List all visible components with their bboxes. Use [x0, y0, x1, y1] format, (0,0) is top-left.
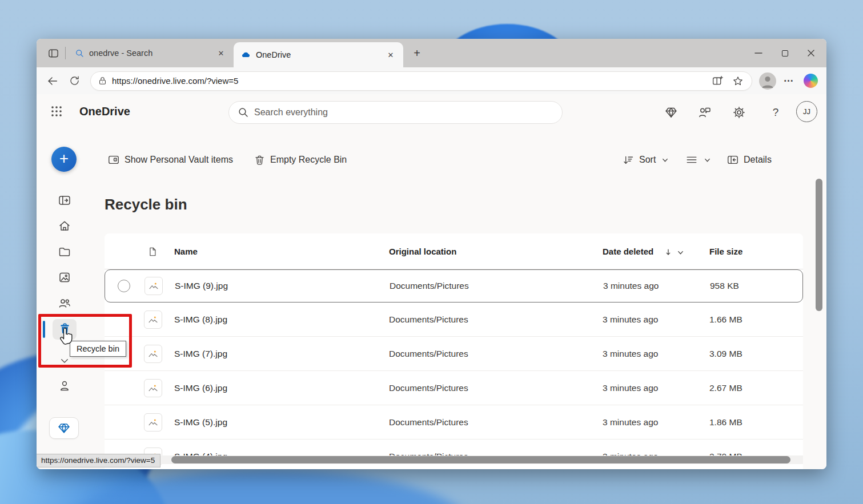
image-thumbnail-icon: [144, 345, 162, 363]
sort-icon: [623, 154, 635, 166]
file-list: Name Original location Date deleted File…: [105, 233, 803, 469]
image-thumbnail-icon: [144, 311, 162, 329]
page-title: Recycle bin: [105, 196, 187, 213]
maximize-button[interactable]: [772, 39, 798, 67]
column-header-date-deleted[interactable]: Date deleted: [603, 247, 653, 256]
tab-strip: onedrve - Search ✕ OneDrive ✕ +: [37, 39, 826, 67]
app-title: OneDrive: [79, 105, 130, 118]
back-button[interactable]: [43, 72, 62, 90]
cursor-pointer-icon: [58, 326, 75, 348]
settings-gear-icon[interactable]: [731, 104, 747, 120]
trash-icon: [254, 154, 266, 166]
tab-title: onedrve - Search: [89, 49, 210, 58]
close-window-button[interactable]: [798, 39, 824, 67]
new-item-button[interactable]: +: [51, 147, 77, 172]
browser-toolbar: https://onedrive.live.com/?view=5 …: [37, 67, 826, 94]
tab-divider: [65, 47, 66, 59]
file-date-deleted: 3 minutes ago: [603, 315, 658, 325]
image-thumbnail-icon: [144, 413, 162, 432]
tooltip-recycle-bin: Recycle bin: [70, 341, 126, 357]
refresh-button[interactable]: [65, 72, 83, 90]
search-icon: [75, 49, 85, 58]
favorites-star-icon[interactable]: [730, 73, 746, 89]
personal-vault-icon: [107, 154, 120, 166]
file-location: Documents/Pictures: [389, 417, 468, 428]
chevron-down-icon[interactable]: [677, 249, 684, 256]
column-header-name[interactable]: Name: [174, 247, 198, 256]
people-icon[interactable]: [57, 296, 72, 311]
show-personal-vault-button[interactable]: Show Personal Vault items: [107, 151, 233, 168]
premium-diamond-icon: [57, 421, 71, 435]
file-icon: [147, 247, 158, 257]
premium-diamond-icon[interactable]: [663, 104, 679, 120]
table-row[interactable]: S-IMG (8).jpg Documents/Pictures 3 minut…: [105, 303, 803, 337]
split-screen-icon[interactable]: [709, 73, 725, 89]
file-date-deleted: 3 minutes ago: [603, 281, 659, 291]
photos-icon[interactable]: [57, 270, 72, 285]
file-name[interactable]: S-IMG (9).jpg: [175, 281, 228, 291]
file-date-deleted: 3 minutes ago: [603, 417, 658, 428]
details-button[interactable]: Details: [726, 151, 772, 168]
premium-upgrade-button[interactable]: [49, 417, 79, 439]
search-input[interactable]: [228, 101, 563, 124]
image-thumbnail-icon: [144, 379, 162, 397]
feedback-icon[interactable]: [697, 104, 713, 120]
column-header-file-size[interactable]: File size: [709, 247, 742, 256]
tab-onedrive[interactable]: OneDrive ✕: [234, 42, 403, 67]
expand-rail-icon[interactable]: [57, 193, 72, 208]
sort-descending-arrow-icon: [664, 248, 672, 256]
status-url-bar: https://onedrive.live.com/?view=5: [37, 454, 160, 467]
onedrive-header: OneDrive ? JJ: [37, 94, 826, 130]
close-tab-icon[interactable]: ✕: [384, 48, 398, 62]
table-row[interactable]: S-IMG (7).jpg Documents/Pictures 3 minut…: [105, 337, 803, 371]
folder-icon[interactable]: [57, 244, 72, 259]
sort-button[interactable]: Sort: [623, 151, 669, 168]
sort-label: Sort: [639, 155, 656, 165]
table-row[interactable]: S-IMG (9).jpg Documents/Pictures 3 minut…: [105, 269, 803, 303]
chevron-down-icon: [704, 156, 711, 164]
window-controls: [745, 39, 824, 67]
file-size: 1.66 MB: [709, 315, 742, 325]
file-date-deleted: 3 minutes ago: [603, 383, 658, 393]
row-select-radio[interactable]: [118, 280, 130, 292]
app-launcher-icon[interactable]: [50, 105, 63, 120]
onedrive-logo-icon: [240, 50, 251, 61]
home-icon[interactable]: [57, 219, 72, 233]
onedrive-page: OneDrive ? JJ + Show Personal Va: [37, 94, 826, 469]
table-row[interactable]: S-IMG (4).jpg Documents/Pictures 3 minut…: [105, 440, 803, 469]
file-size: 958 KB: [710, 281, 739, 291]
table-row[interactable]: S-IMG (6).jpg Documents/Pictures 3 minut…: [105, 371, 803, 405]
close-tab-icon[interactable]: ✕: [214, 46, 228, 60]
file-date-deleted: 3 minutes ago: [603, 349, 658, 359]
browser-profile-avatar[interactable]: [759, 72, 776, 90]
horizontal-scrollbar-thumb[interactable]: [171, 456, 790, 463]
view-options-button[interactable]: [685, 151, 711, 168]
browser-menu-dots-icon[interactable]: …: [780, 72, 798, 90]
help-icon[interactable]: ?: [768, 104, 784, 120]
file-location: Documents/Pictures: [389, 349, 468, 359]
address-bar[interactable]: https://onedrive.live.com/?view=5: [90, 71, 752, 91]
file-name[interactable]: S-IMG (7).jpg: [174, 349, 227, 359]
file-location: Documents/Pictures: [389, 315, 468, 325]
table-row[interactable]: S-IMG (5).jpg Documents/Pictures 3 minut…: [105, 405, 803, 440]
file-name[interactable]: S-IMG (5).jpg: [174, 417, 227, 428]
tab-search[interactable]: onedrve - Search ✕: [68, 39, 234, 67]
file-size: 3.09 MB: [709, 349, 742, 359]
vertical-scrollbar-thumb[interactable]: [816, 179, 822, 311]
column-header-location[interactable]: Original location: [389, 247, 456, 256]
show-personal-vault-label: Show Personal Vault items: [125, 155, 233, 165]
new-tab-button[interactable]: +: [409, 45, 425, 61]
empty-recycle-bin-button[interactable]: Empty Recycle Bin: [254, 151, 347, 168]
lock-icon: [98, 76, 107, 86]
account-avatar[interactable]: JJ: [796, 101, 817, 122]
file-name[interactable]: S-IMG (8).jpg: [174, 315, 227, 325]
copilot-icon[interactable]: [801, 72, 820, 90]
url-text[interactable]: https://onedrive.live.com/?view=5: [112, 76, 705, 86]
empty-recycle-bin-label: Empty Recycle Bin: [270, 155, 347, 165]
file-size: 1.86 MB: [709, 417, 742, 428]
person-icon[interactable]: [57, 378, 72, 393]
tab-actions-menu-button[interactable]: [43, 45, 63, 62]
file-size: 2.67 MB: [709, 383, 742, 393]
file-name[interactable]: S-IMG (6).jpg: [174, 383, 227, 393]
minimize-button[interactable]: [745, 39, 772, 67]
